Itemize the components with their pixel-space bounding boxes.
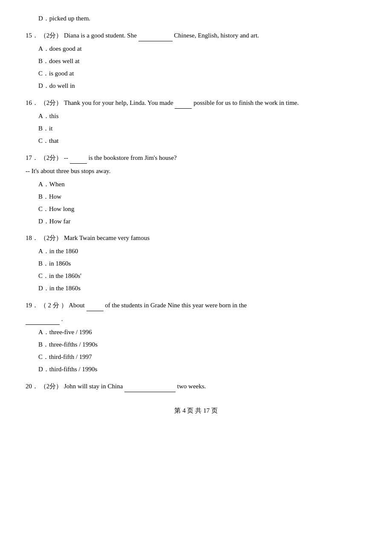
- q16-option-b: B．it: [38, 123, 366, 134]
- q20-text: 20． （2分） John will stay in China two wee…: [26, 380, 366, 392]
- question-19: 19． （ 2 分 ） About of the students in Gra…: [26, 299, 366, 375]
- option-d-prev: D．picked up them.: [38, 13, 366, 24]
- page-footer: 第 4 页 共 17 页: [26, 405, 366, 416]
- question-15: 15． （2分） Diana is a good student. She Ch…: [26, 29, 366, 92]
- q17-option-d: D．How far: [38, 216, 366, 227]
- question-16: 16． （2分） Thank you for your help, Linda.…: [26, 97, 366, 147]
- question-18: 18． （2分） Mark Twain became very famous A…: [26, 232, 366, 294]
- q15-blank: [138, 29, 173, 41]
- q16-text: 16． （2分） Thank you for your help, Linda.…: [26, 97, 366, 109]
- q19-blank2: [26, 313, 60, 325]
- q17-option-a: A．When: [38, 179, 366, 190]
- q19-option-a: A．three-five / 1996: [38, 327, 366, 338]
- q17-subtext: -- It's about three bus stops away.: [26, 165, 366, 177]
- q18-option-b: B．in 1860s: [38, 258, 366, 269]
- q17-text: 17． （2分） -- is the bookstore from Jim's …: [26, 152, 366, 164]
- q15-option-c: C．is good at: [38, 68, 366, 79]
- q17-option-b: B．How: [38, 191, 366, 202]
- q18-option-a: A．in the 1860: [38, 246, 366, 257]
- question-17: 17． （2分） -- is the bookstore from Jim's …: [26, 152, 366, 227]
- q17-option-c: C．How long: [38, 203, 366, 215]
- q19-option-b: B．three-fifths / 1990s: [38, 339, 366, 350]
- q16-blank: [175, 97, 192, 109]
- q18-option-c: C．in the 1860s': [38, 270, 366, 282]
- q15-text: 15． （2分） Diana is a good student. She Ch…: [26, 29, 366, 41]
- q17-blank: [70, 152, 87, 164]
- q19-text2: .: [26, 313, 366, 325]
- q19-text: 19． （ 2 分 ） About of the students in Gra…: [26, 299, 366, 311]
- q16-option-c: C．that: [38, 135, 366, 147]
- question-20: 20． （2分） John will stay in China two wee…: [26, 380, 366, 392]
- q15-option-b: B．does well at: [38, 55, 366, 67]
- q16-option-a: A．this: [38, 110, 366, 122]
- q20-blank: [124, 380, 176, 392]
- q19-option-c: C．third-fifth / 1997: [38, 351, 366, 363]
- q15-option-a: A．does good at: [38, 43, 366, 55]
- q18-option-d: D．in the 1860s: [38, 283, 366, 294]
- page-number: 第 4 页 共 17 页: [174, 407, 217, 414]
- prev-d-option: D．picked up them.: [26, 13, 366, 24]
- q15-option-d: D．do well in: [38, 80, 366, 92]
- q18-text: 18． （2分） Mark Twain became very famous: [26, 232, 366, 244]
- q19-option-d: D．third-fifths / 1990s: [38, 364, 366, 375]
- q19-blank1: [86, 299, 104, 311]
